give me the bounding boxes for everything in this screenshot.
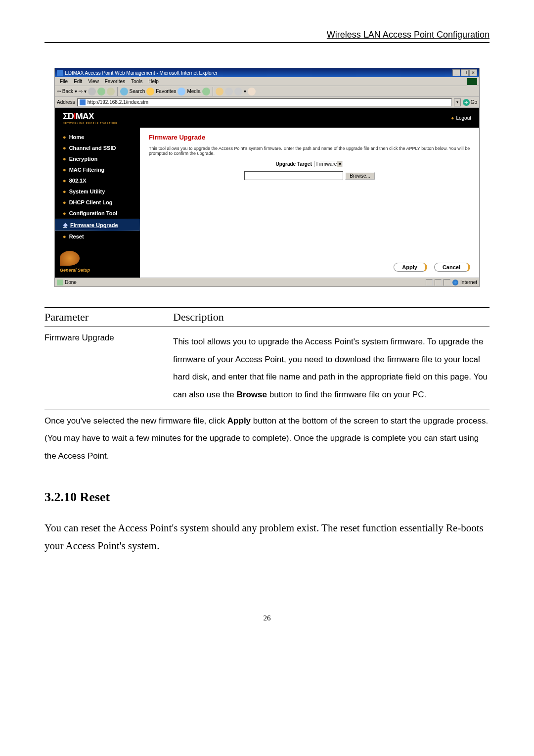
table-header-parameter: Parameter: [44, 311, 173, 324]
general-setup-label: General Setup: [60, 268, 135, 273]
main-panel: Firmware Upgrade This tool allows you to…: [140, 128, 479, 278]
titlebar: EDIMAX Access Point Web Management - Mic…: [55, 68, 479, 77]
browser-window: EDIMAX Access Point Web Management - Mic…: [54, 68, 480, 287]
panel-description: This tool allows you to upgrade the Acce…: [149, 146, 470, 156]
search-button[interactable]: Search: [130, 89, 145, 94]
ie-icon: [57, 70, 63, 76]
refresh-icon[interactable]: [97, 88, 105, 95]
media-icon[interactable]: [178, 88, 185, 95]
forward-button[interactable]: ⇨ ▾: [79, 89, 87, 94]
menu-view[interactable]: View: [85, 79, 102, 84]
favorites-button[interactable]: Favorites: [156, 89, 176, 94]
minimize-button[interactable]: _: [452, 69, 460, 76]
zone-label: Internet: [460, 280, 477, 285]
stop-icon[interactable]: [88, 88, 96, 95]
section-body: You can reset the Access Point's system …: [44, 520, 490, 555]
cancel-button[interactable]: Cancel: [434, 263, 470, 272]
history-icon[interactable]: [202, 88, 210, 95]
sidebar-item-home[interactable]: Home: [55, 132, 140, 142]
go-button[interactable]: ➜ Go: [463, 99, 477, 106]
section-heading: 3.2.10 Reset: [44, 490, 490, 505]
sidebar-item-8021x[interactable]: 802.1X: [55, 175, 140, 186]
page-header: Wireless LAN Access Point Configuration: [44, 30, 490, 43]
page-icon: [80, 99, 86, 105]
edit-icon[interactable]: [234, 88, 242, 95]
sidebar-item-channel-ssid[interactable]: Channel and SSID: [55, 142, 140, 153]
after-table-paragraph: Once you've selected the new firmware fi…: [44, 412, 490, 465]
addressbar: Address http://192.168.2.1/index.stm ▾ ➜…: [55, 97, 479, 108]
apply-button[interactable]: Apply: [394, 263, 427, 272]
menubar: File Edit View Favorites Tools Help: [55, 77, 479, 86]
window-title: EDIMAX Access Point Web Management - Mic…: [65, 70, 452, 76]
close-button[interactable]: ✕: [469, 69, 477, 76]
sidebar-item-dhcp-client-log[interactable]: DHCP Client Log: [55, 197, 140, 208]
sidebar: Home Channel and SSID Encryption MAC Fil…: [55, 128, 140, 246]
print-icon[interactable]: [225, 88, 233, 95]
parameter-table: Parameter Description Firmware Upgrade T…: [44, 307, 490, 410]
address-label: Address: [57, 99, 75, 105]
table-header-description: Description: [173, 311, 224, 324]
mail-icon[interactable]: [216, 88, 223, 95]
internet-icon: [452, 280, 458, 285]
statusbar: Done Internet: [55, 278, 479, 286]
menu-tools[interactable]: Tools: [128, 79, 145, 84]
table-cell-parameter: Firmware Upgrade: [44, 327, 173, 410]
edimax-logo: ΣDIMAX NETWORKING PEOPLE TOGETHER: [63, 111, 118, 125]
sidebar-item-firmware-upgrade[interactable]: Firmware Upgrade: [55, 219, 140, 231]
status-text: Done: [65, 280, 77, 285]
sidebar-item-system-utility[interactable]: System Utility: [55, 186, 140, 197]
page-number: 26: [44, 614, 490, 622]
menu-help[interactable]: Help: [145, 79, 162, 84]
back-button[interactable]: ⇦ Back ▾: [57, 89, 77, 94]
swirl-icon: [60, 251, 80, 266]
menu-favorites[interactable]: Favorites: [102, 79, 128, 84]
search-icon[interactable]: [120, 88, 128, 95]
sidebar-item-configuration-tool[interactable]: Configuration Tool: [55, 208, 140, 219]
address-input[interactable]: http://192.168.2.1/index.stm: [77, 98, 452, 106]
discuss-icon[interactable]: [248, 88, 256, 95]
sidebar-footer: General Setup: [55, 246, 140, 278]
done-icon: [57, 280, 63, 285]
logout-link[interactable]: Logout: [451, 115, 471, 121]
menu-file[interactable]: File: [57, 79, 71, 84]
toolbar: ⇦ Back ▾ ⇨ ▾ Search Favorites Media ▾: [55, 86, 479, 97]
app-header: ΣDIMAX NETWORKING PEOPLE TOGETHER Logout: [55, 108, 479, 128]
menu-edit[interactable]: Edit: [71, 79, 85, 84]
maximize-button[interactable]: ❐: [461, 69, 469, 76]
table-cell-description: This tool allows you to upgrade the Acce…: [173, 327, 490, 410]
upgrade-target-select[interactable]: Firmware: [314, 161, 344, 167]
sidebar-item-encryption[interactable]: Encryption: [55, 153, 140, 164]
media-button[interactable]: Media: [187, 89, 200, 94]
favorites-icon[interactable]: [146, 88, 154, 95]
sidebar-item-reset[interactable]: Reset: [55, 231, 140, 242]
ie-throbber-icon: [467, 78, 477, 85]
browse-button[interactable]: Browse...: [345, 172, 375, 180]
address-dropdown[interactable]: ▾: [454, 98, 461, 106]
sidebar-item-mac-filtering[interactable]: MAC Filtering: [55, 164, 140, 175]
go-icon: ➜: [463, 99, 470, 106]
home-icon[interactable]: [107, 88, 115, 95]
panel-title: Firmware Upgrade: [149, 134, 470, 141]
more-icon[interactable]: ▾: [244, 89, 246, 94]
upgrade-target-label: Upgrade Target: [276, 161, 312, 167]
file-path-input[interactable]: [244, 171, 343, 180]
